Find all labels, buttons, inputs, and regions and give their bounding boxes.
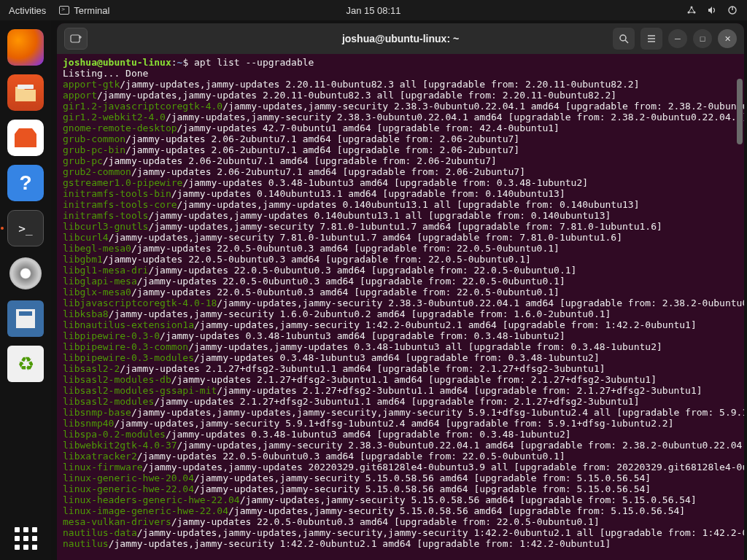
svg-rect-5 <box>18 85 34 89</box>
dock-disk[interactable] <box>7 255 44 292</box>
minimize-button[interactable]: ─ <box>668 29 687 48</box>
dock-files[interactable] <box>7 74 44 111</box>
dock-trash[interactable]: ♻ <box>7 346 44 382</box>
terminal-output[interactable]: joshua@ubuntu-linux:~$ apt list --upgrad… <box>57 54 744 560</box>
close-button[interactable]: ✕ <box>718 29 737 48</box>
dock-terminal[interactable]: >_ <box>7 210 44 246</box>
activities-button[interactable]: Activities <box>9 5 46 16</box>
dock-help[interactable]: ? <box>7 165 44 201</box>
dock-software[interactable] <box>7 120 44 156</box>
svg-line-10 <box>625 40 628 43</box>
clock[interactable]: Jan 15 08:11 <box>346 5 400 16</box>
power-icon[interactable] <box>727 4 738 16</box>
terminal-icon <box>59 6 69 15</box>
dock-show-apps[interactable] <box>15 527 37 550</box>
menu-button[interactable] <box>640 28 662 50</box>
gnome-topbar: Activities Terminal Jan 15 08:11 <box>0 0 747 20</box>
maximize-button[interactable]: □ <box>693 29 712 48</box>
scrollbar-thumb[interactable] <box>737 79 743 144</box>
search-button[interactable] <box>613 28 635 50</box>
active-app-indicator[interactable]: Terminal <box>59 5 109 16</box>
dock-firefox[interactable] <box>7 29 44 66</box>
active-app-label: Terminal <box>74 5 109 16</box>
svg-rect-6 <box>71 35 80 42</box>
titlebar: joshua@ubuntu-linux: ~ ─ □ ✕ <box>57 23 744 54</box>
terminal-window: joshua@ubuntu-linux: ~ ─ □ ✕ joshua@ubun… <box>57 23 744 560</box>
dock: ? >_ ♻ <box>0 20 51 560</box>
svg-point-9 <box>620 35 626 41</box>
network-icon[interactable] <box>686 4 697 16</box>
new-tab-button[interactable] <box>64 28 88 50</box>
dock-save[interactable] <box>7 300 44 337</box>
volume-icon[interactable] <box>706 4 718 16</box>
window-title: joshua@ubuntu-linux: ~ <box>342 33 459 44</box>
